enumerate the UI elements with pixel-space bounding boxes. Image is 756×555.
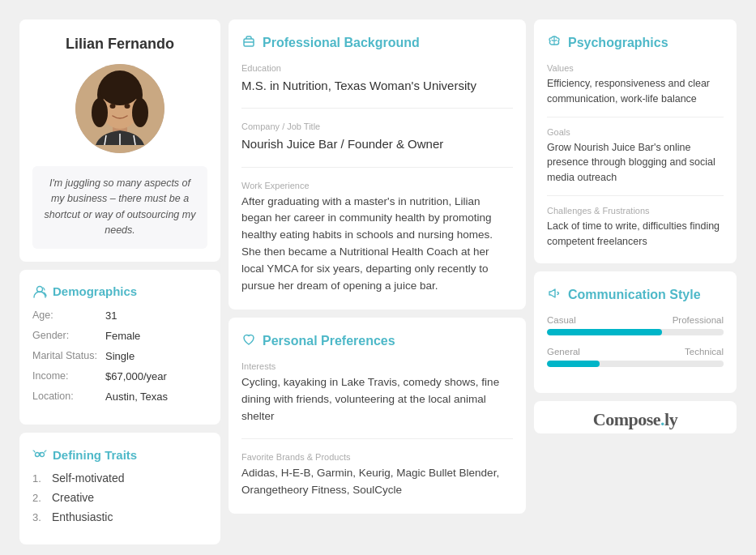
demographics-icon: [32, 284, 47, 299]
quote-box: I'm juggling so many aspects of my busin…: [32, 166, 207, 249]
casual-professional-row: Casual Professional: [547, 315, 724, 335]
divider: [241, 108, 513, 109]
education-field: Education M.S. in Nutrition, Texas Woman…: [241, 63, 513, 95]
demo-location: Location: Austin, Texas: [32, 390, 207, 404]
composely-logo-text: Compose.ly: [534, 409, 737, 430]
profile-quote: I'm juggling so many aspects of my busin…: [44, 176, 196, 239]
middle-column: Professional Background Education M.S. i…: [229, 19, 526, 552]
composely-dot: .: [660, 409, 664, 429]
avatar-svg: [75, 64, 164, 153]
challenges-block: Challenges & Frustrations Lack of time t…: [547, 206, 724, 250]
psychographics-card: Psychographics Values Efficiency, respon…: [534, 19, 737, 263]
divider: [241, 438, 513, 439]
avatar: [75, 64, 164, 153]
list-item: 3. Enthusiastic: [32, 510, 207, 523]
svg-point-5: [132, 98, 148, 127]
svg-point-11: [41, 453, 45, 457]
svg-point-4: [92, 98, 108, 127]
demo-gender: Gender: Female: [32, 329, 207, 344]
profile-card: Lilian Fernando: [19, 19, 220, 262]
professional-background-title: Professional Background: [241, 34, 513, 52]
defining-traits-title: Defining Traits: [32, 447, 207, 462]
defining-traits-card: Defining Traits 1. Self-motivated 2. Cre…: [19, 433, 220, 544]
demographics-fields: Age: 31 Gender: Female Marital Status: S…: [32, 309, 207, 405]
general-bar-track: [547, 361, 724, 367]
briefcase-icon: [241, 34, 256, 52]
demographics-card: Demographics Age: 31 Gender: Female Mari…: [19, 270, 220, 425]
defining-traits-icon: [32, 447, 47, 462]
communication-style-title: Communication Style: [547, 286, 724, 304]
general-technical-row: General Technical: [547, 347, 724, 367]
list-item: 1. Self-motivated: [32, 472, 207, 485]
values-block: Values Efficiency, responsiveness and cl…: [547, 63, 724, 117]
communication-style-card: Communication Style Casual Professional …: [534, 271, 737, 393]
casual-bar-fill: [547, 329, 662, 335]
psychographics-title: Psychographics: [547, 34, 724, 52]
left-column: Lilian Fernando: [19, 19, 220, 552]
demo-age: Age: 31: [32, 309, 207, 323]
profile-name: Lilian Fernando: [66, 36, 174, 53]
megaphone-icon: [547, 286, 562, 304]
personal-preferences-title: Personal Preferences: [241, 332, 513, 350]
svg-point-8: [125, 104, 130, 109]
experience-field: Work Experience After graduating with a …: [241, 181, 513, 296]
demo-income: Income: $67,000/year: [32, 369, 207, 384]
svg-point-10: [36, 453, 40, 457]
divider: [241, 167, 513, 168]
demo-marital: Marital Status: Single: [32, 349, 207, 364]
goals-block: Goals Grow Nourish Juice Bar's online pr…: [547, 127, 724, 196]
professional-background-card: Professional Background Education M.S. i…: [229, 19, 526, 310]
composely-logo-card: Compose.ly: [534, 401, 737, 433]
personal-preferences-card: Personal Preferences Interests Cycling, …: [229, 318, 526, 514]
svg-point-7: [110, 104, 116, 109]
interests-field: Interests Cycling, kayaking in Lake Trav…: [241, 361, 513, 425]
brands-field: Favorite Brands & Products Adidas, H-E-B…: [241, 452, 513, 499]
general-bar-fill: [547, 361, 600, 367]
page-container: Lilian Fernando: [8, 8, 748, 555]
heart-icon: [241, 332, 256, 350]
right-column: Psychographics Values Efficiency, respon…: [534, 19, 737, 552]
traits-list: 1. Self-motivated 2. Creative 3. Enthusi…: [32, 472, 207, 523]
svg-point-6: [100, 76, 139, 105]
brain-icon: [547, 34, 562, 52]
company-field: Company / Job Title Nourish Juice Bar / …: [241, 122, 513, 153]
demographics-title: Demographics: [32, 284, 207, 299]
casual-bar-track: [547, 329, 724, 335]
list-item: 2. Creative: [32, 491, 207, 504]
